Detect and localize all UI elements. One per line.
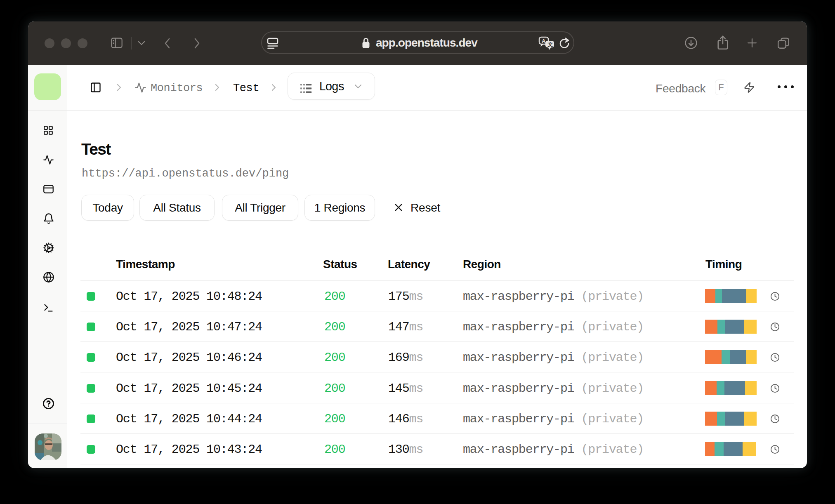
svg-text:A: A [542,38,546,44]
svg-text:文: 文 [547,41,553,47]
